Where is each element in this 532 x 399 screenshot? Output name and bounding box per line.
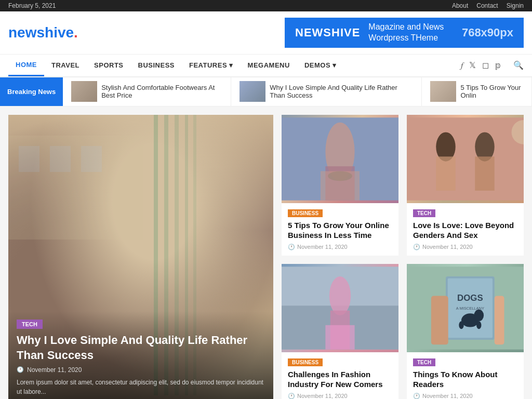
search-icon[interactable]: 🔍 bbox=[513, 60, 524, 70]
nav-megamenu[interactable]: MEGAMENU bbox=[241, 55, 297, 75]
card-date-4: November 11, 2020 bbox=[422, 393, 473, 399]
card-image-svg-1 bbox=[282, 115, 398, 203]
article-card-2[interactable]: TECH Love Is Love: Love Beyond Genders A… bbox=[407, 115, 524, 256]
logo-dot: . bbox=[74, 24, 78, 41]
svg-text:DOGS: DOGS bbox=[457, 293, 483, 303]
card-image-3 bbox=[282, 264, 398, 352]
card-category-1: BUSINESS bbox=[288, 209, 323, 217]
card-category-2: TECH bbox=[413, 209, 435, 217]
breaking-label: Breaking News bbox=[0, 77, 63, 106]
nav-home[interactable]: HOME bbox=[8, 55, 44, 76]
article-grid: BUSINESS 5 Tips To Grow Your Online Busi… bbox=[282, 115, 524, 399]
card-title-1: 5 Tips To Grow Your Online Business In L… bbox=[288, 220, 392, 241]
banner-name: NEWSHIVE bbox=[295, 26, 360, 39]
card-date-3: November 11, 2020 bbox=[297, 393, 348, 399]
clock-icon: 🕐 bbox=[17, 366, 24, 373]
hero-meta: 🕐 November 11, 2020 bbox=[17, 366, 265, 374]
nav-demos[interactable]: DEMOS ▾ bbox=[297, 55, 344, 75]
svg-rect-7 bbox=[19, 146, 39, 172]
nav-business[interactable]: BUSINESS bbox=[131, 55, 182, 75]
card-image-svg-3 bbox=[282, 264, 398, 352]
breaking-item-2[interactable]: Why I Love Simple And Quality Life Rathe… bbox=[231, 77, 422, 107]
clock-icon-1: 🕐 bbox=[288, 244, 295, 250]
hero-date: November 11, 2020 bbox=[27, 366, 82, 374]
banner-size: 768x90px bbox=[462, 26, 513, 39]
breaking-text-3: 5 Tips To Grow Your Onlin bbox=[460, 84, 523, 99]
card-title-3: Challenges In Fashion Industry For New C… bbox=[288, 369, 392, 390]
svg-rect-15 bbox=[407, 117, 524, 200]
clock-icon-2: 🕐 bbox=[413, 244, 420, 250]
hero-overlay: TECH Why I Love Simple And Quality Life … bbox=[8, 311, 273, 399]
card-body-4: TECH Things To Know About Readers 🕐 Nove… bbox=[407, 352, 524, 399]
navigation: HOME TRAVEL SPORTS BUSINESS FEATURES ▾ M… bbox=[0, 55, 532, 77]
card-title-4: Things To Know About Readers bbox=[413, 369, 517, 390]
svg-rect-35 bbox=[431, 296, 448, 344]
breaking-news-bar: Breaking News Stylish And Comfortable Fo… bbox=[0, 77, 532, 107]
topbar-links: About Contact Signin bbox=[452, 2, 524, 9]
header: newshive. NEWSHIVE Magazine and NewsWord… bbox=[0, 11, 532, 55]
logo-black: hive bbox=[45, 24, 74, 41]
main-content: TECH Why I Love Simple And Quality Life … bbox=[0, 107, 532, 399]
svg-point-14 bbox=[328, 171, 352, 181]
topbar: February 5, 2021 About Contact Signin bbox=[0, 0, 532, 11]
hero-article[interactable]: TECH Why I Love Simple And Quality Life … bbox=[8, 115, 273, 399]
breaking-item-3[interactable]: 5 Tips To Grow Your Onlin bbox=[422, 77, 532, 107]
article-card-4[interactable]: DOGS A MISCELLANY TECH Things To Know Ab… bbox=[407, 264, 524, 399]
hero-category: TECH bbox=[17, 320, 43, 329]
article-card-3[interactable]: BUSINESS Challenges In Fashion Industry … bbox=[282, 264, 398, 399]
breaking-thumb-3 bbox=[430, 81, 456, 102]
breaking-thumb-1 bbox=[71, 81, 97, 102]
card-category-4: TECH bbox=[413, 358, 435, 366]
nav-features[interactable]: FEATURES ▾ bbox=[182, 55, 241, 75]
card-meta-3: 🕐 November 11, 2020 bbox=[288, 393, 392, 399]
demos-chevron-icon: ▾ bbox=[332, 61, 337, 69]
features-chevron-icon: ▾ bbox=[229, 61, 233, 69]
nav-sports[interactable]: SPORTS bbox=[87, 55, 130, 75]
card-body-3: BUSINESS Challenges In Fashion Industry … bbox=[282, 352, 398, 399]
nav-travel[interactable]: TRAVEL bbox=[44, 55, 87, 75]
card-body-2: TECH Love Is Love: Love Beyond Genders A… bbox=[407, 203, 524, 256]
topbar-signin[interactable]: Signin bbox=[507, 2, 524, 9]
card-meta-1: 🕐 November 11, 2020 bbox=[288, 244, 392, 250]
pinterest-icon[interactable]: 𝕡 bbox=[495, 60, 501, 70]
clock-icon-4: 🕐 bbox=[413, 393, 420, 399]
instagram-icon[interactable]: ◻ bbox=[482, 60, 489, 70]
card-image-2 bbox=[407, 115, 524, 203]
svg-rect-19 bbox=[475, 156, 495, 191]
topbar-about[interactable]: About bbox=[452, 2, 468, 9]
svg-rect-25 bbox=[325, 325, 354, 349]
card-date-2: November 11, 2020 bbox=[422, 244, 473, 250]
card-meta-4: 🕐 November 11, 2020 bbox=[413, 393, 517, 399]
svg-rect-18 bbox=[436, 156, 456, 191]
card-date-1: November 11, 2020 bbox=[297, 244, 348, 250]
social-links: 𝑓 𝕏 ◻ 𝕡 🔍 bbox=[461, 60, 524, 70]
banner-ad[interactable]: NEWSHIVE Magazine and NewsWordpress THem… bbox=[285, 18, 524, 48]
svg-point-33 bbox=[459, 321, 463, 329]
breaking-thumb-2 bbox=[240, 81, 265, 102]
card-image-1 bbox=[282, 115, 398, 203]
card-meta-2: 🕐 November 11, 2020 bbox=[413, 244, 517, 250]
breaking-text-2: Why I Love Simple And Quality Life Rathe… bbox=[270, 84, 413, 99]
facebook-icon[interactable]: 𝑓 bbox=[461, 61, 463, 70]
svg-rect-9 bbox=[81, 146, 102, 172]
svg-point-23 bbox=[329, 276, 351, 315]
breaking-item-1[interactable]: Stylish And Comfortable Footwears At Bes… bbox=[63, 77, 231, 107]
breaking-text-1: Stylish And Comfortable Footwears At Bes… bbox=[101, 84, 222, 99]
card-category-3: BUSINESS bbox=[288, 358, 323, 366]
twitter-icon[interactable]: 𝕏 bbox=[469, 60, 476, 70]
breaking-items: Stylish And Comfortable Footwears At Bes… bbox=[63, 77, 532, 107]
card-image-4: DOGS A MISCELLANY bbox=[407, 264, 524, 352]
hero-excerpt: Lorem ipsum dolor sit amet, consectetur … bbox=[17, 378, 265, 396]
banner-text: Magazine and NewsWordpress THeme bbox=[368, 22, 444, 44]
svg-point-32 bbox=[474, 309, 484, 321]
card-body-1: BUSINESS 5 Tips To Grow Your Online Busi… bbox=[282, 203, 398, 256]
logo[interactable]: newshive. bbox=[8, 24, 78, 41]
logo-blue: news bbox=[8, 24, 45, 41]
svg-point-34 bbox=[476, 321, 481, 329]
svg-rect-36 bbox=[495, 296, 504, 344]
svg-rect-8 bbox=[50, 146, 71, 172]
hero-title: Why I Love Simple And Quality Life Rathe… bbox=[17, 333, 265, 363]
card-title-2: Love Is Love: Love Beyond Genders And Se… bbox=[413, 220, 517, 241]
topbar-contact[interactable]: Contact bbox=[476, 2, 498, 9]
article-card-1[interactable]: BUSINESS 5 Tips To Grow Your Online Busi… bbox=[282, 115, 398, 256]
